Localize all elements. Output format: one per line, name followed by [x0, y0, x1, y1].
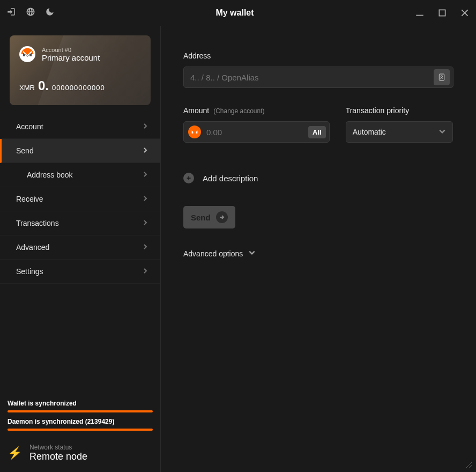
daemon-sync-label: Daemon is synchronized (2139429) [8, 418, 153, 425]
chevron-down-icon [248, 249, 256, 258]
address-input[interactable] [190, 73, 434, 82]
amount-input[interactable] [190, 128, 308, 137]
nav-advanced[interactable]: Advanced [0, 235, 160, 260]
account-card[interactable]: Account #0 Primary account XMR 0. 000000… [10, 35, 151, 105]
logout-icon[interactable] [6, 7, 16, 19]
account-number: Account #0 [42, 47, 100, 53]
svg-rect-1 [439, 10, 445, 16]
globe-icon[interactable] [26, 7, 35, 19]
plus-icon: + [183, 173, 194, 183]
monero-logo-icon [19, 46, 35, 62]
network-status-label: Network status [29, 444, 87, 451]
amount-all-button[interactable]: All [308, 126, 326, 138]
send-button[interactable]: Send [183, 206, 235, 228]
balance-display: XMR 0. 000000000000 [19, 78, 141, 93]
add-description-label: Add description [203, 174, 258, 183]
bolt-icon: ⚡ [8, 446, 22, 460]
wallet-sync-label: Wallet is synchronized [8, 400, 153, 407]
sync-status: Wallet is synchronized Daemon is synchro… [0, 394, 160, 436]
change-account-link[interactable]: (Change account) [213, 107, 264, 115]
minimize-button[interactable] [415, 8, 425, 18]
monero-coin-icon [188, 126, 201, 138]
network-status-value: Remote node [29, 451, 87, 462]
account-name: Primary account [42, 53, 100, 62]
chevron-right-icon [142, 146, 148, 155]
chevron-right-icon [142, 171, 148, 179]
nav-address-book[interactable]: Address book [0, 163, 160, 187]
add-description-button[interactable]: + Add description [183, 173, 453, 183]
svg-line-9 [469, 465, 472, 468]
window-title: My wallet [55, 8, 415, 18]
priority-value: Automatic [353, 128, 386, 136]
amount-label: Amount (Change account) [183, 106, 330, 115]
priority-label: Transaction priority [346, 106, 453, 115]
chevron-right-icon [142, 243, 148, 252]
wallet-sync-bar [8, 410, 153, 412]
arrow-right-icon [216, 211, 228, 223]
close-button[interactable] [460, 8, 470, 18]
theme-moon-icon[interactable] [45, 7, 55, 19]
address-book-button[interactable] [434, 69, 450, 85]
chevron-right-icon [142, 219, 148, 227]
nav-transactions[interactable]: Transactions [0, 211, 160, 235]
network-status[interactable]: ⚡ Network status Remote node [0, 436, 160, 472]
resize-grip-icon[interactable] [465, 461, 473, 469]
nav-account[interactable]: Account [0, 115, 160, 139]
address-label: Address [183, 51, 453, 60]
address-input-wrap [183, 67, 453, 88]
nav-receive[interactable]: Receive [0, 187, 160, 211]
priority-select[interactable]: Automatic [346, 121, 453, 143]
maximize-button[interactable] [437, 8, 447, 18]
chevron-right-icon [142, 122, 148, 131]
daemon-sync-bar [8, 429, 153, 431]
nav-settings[interactable]: Settings [0, 260, 160, 284]
advanced-options-toggle[interactable]: Advanced options [183, 249, 453, 258]
chevron-down-icon [438, 128, 446, 137]
chevron-right-icon [142, 267, 148, 276]
svg-line-8 [466, 462, 472, 468]
nav-send[interactable]: Send [0, 139, 160, 163]
svg-point-6 [441, 76, 442, 77]
chevron-right-icon [142, 195, 148, 203]
